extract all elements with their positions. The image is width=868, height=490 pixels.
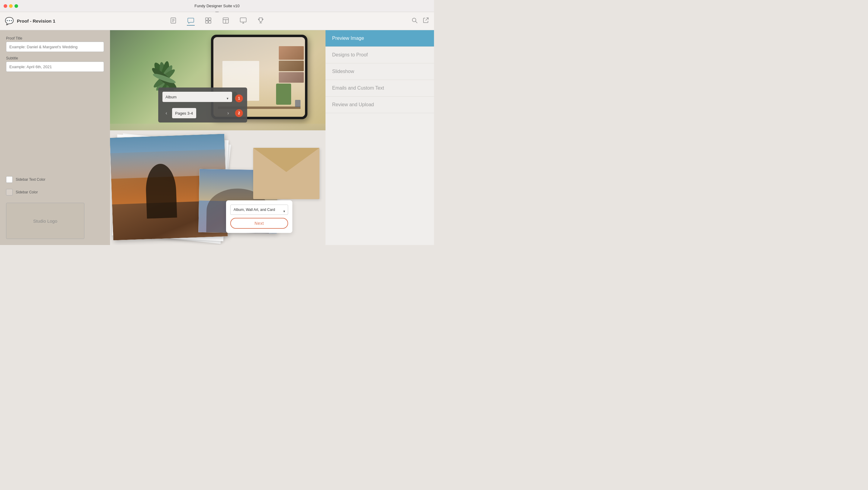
sidebar-text-color-row: Sidebar Text Color <box>6 176 104 183</box>
svg-rect-11 <box>240 18 246 22</box>
next-button[interactable]: Next <box>230 218 288 229</box>
svg-line-17 <box>415 22 417 23</box>
svg-rect-7 <box>209 21 211 23</box>
main-layout: Proof Title Subtitle Sidebar Text Color … <box>0 30 434 245</box>
pages-row: ‹ Pages 1-2 Pages 3-4 Pages 5-6 › 2 <box>162 108 243 118</box>
pages-prev-button[interactable]: ‹ <box>162 108 170 118</box>
plant-decoration <box>134 30 194 90</box>
album-select[interactable]: Album Wall Art Card <box>162 92 232 102</box>
right-panel-item-designs-to-proof[interactable]: Designs to Proof <box>326 47 434 63</box>
sidebar: Proof Title Subtitle Sidebar Text Color … <box>0 30 110 245</box>
subtitle-input[interactable] <box>6 62 104 72</box>
right-panel-item-review-upload[interactable]: Review and Upload <box>326 96 434 113</box>
pages-select[interactable]: Pages 1-2 Pages 3-4 Pages 5-6 <box>172 108 196 118</box>
album-badge-1: 1 <box>235 94 243 102</box>
subtitle-field: Subtitle <box>6 56 104 72</box>
bottom-popup: Album Wall Art Card Album, Wall Art, and… <box>226 200 292 233</box>
subtitle-label: Subtitle <box>6 56 104 60</box>
proof-icon: 💬 <box>5 17 14 25</box>
svg-rect-5 <box>209 18 211 20</box>
grid-nav-icon[interactable] <box>204 17 212 26</box>
toolbar: 💬 Proof - Revision 1 <box>0 12 434 30</box>
proof-revision-title: Proof - Revision 1 <box>17 19 56 24</box>
sidebar-text-color-swatch[interactable] <box>6 176 13 183</box>
proof-title-label: Proof Title <box>6 36 104 40</box>
trophy-nav-icon[interactable] <box>257 17 265 26</box>
sidebar-color-swatch[interactable] <box>6 189 13 196</box>
minimize-button[interactable] <box>9 4 13 8</box>
pages-next-button[interactable]: › <box>224 108 232 118</box>
sidebar-color-row: Sidebar Color <box>6 189 104 196</box>
album-popup: Album Wall Art Card ▼ 1 ‹ Pages 1-2 Page… <box>158 87 247 122</box>
display-nav-icon[interactable] <box>239 17 247 26</box>
proof-title-input[interactable] <box>6 41 104 52</box>
book-nav-icon[interactable] <box>169 17 177 26</box>
svg-point-16 <box>412 18 416 22</box>
sidebar-color-label: Sidebar Color <box>16 190 38 194</box>
chat-nav-icon[interactable] <box>187 17 195 26</box>
layout-nav-icon[interactable] <box>222 17 230 26</box>
sidebar-text-color-label: Sidebar Text Color <box>16 177 45 182</box>
svg-line-18 <box>426 18 428 21</box>
studio-logo-box[interactable]: Studio Logo <box>6 203 84 239</box>
toolbar-nav <box>169 17 265 26</box>
traffic-lights <box>4 4 18 8</box>
right-panel-item-preview-image[interactable]: Preview Image <box>326 30 434 47</box>
app-title: Fundy Designer Suite v10 <box>194 4 240 8</box>
product-type-select[interactable]: Album Wall Art Card Album, Wall Art, and… <box>230 205 288 215</box>
right-panel: Preview Image Designs to Proof Slideshow… <box>326 30 434 245</box>
proof-title-field: Proof Title <box>6 36 104 52</box>
close-button[interactable] <box>4 4 7 8</box>
search-icon[interactable] <box>411 17 418 25</box>
toolbar-left: 💬 Proof - Revision 1 <box>5 17 56 25</box>
right-panel-item-slideshow[interactable]: Slideshow <box>326 63 434 80</box>
external-link-icon[interactable] <box>423 17 429 25</box>
toolbar-right <box>411 17 429 25</box>
titlebar: Fundy Designer Suite v10 <box>0 0 434 12</box>
studio-logo-label: Studio Logo <box>33 219 57 224</box>
maximize-button[interactable] <box>14 4 18 8</box>
svg-rect-6 <box>206 21 208 23</box>
svg-rect-4 <box>206 18 208 20</box>
right-panel-item-emails-custom-text[interactable]: Emails and Custom Text <box>326 80 434 96</box>
pages-badge-2: 2 <box>235 109 243 117</box>
center-content: Album Wall Art Card ▼ 1 ‹ Pages 1-2 Page… <box>110 30 326 245</box>
envelope <box>253 148 319 199</box>
